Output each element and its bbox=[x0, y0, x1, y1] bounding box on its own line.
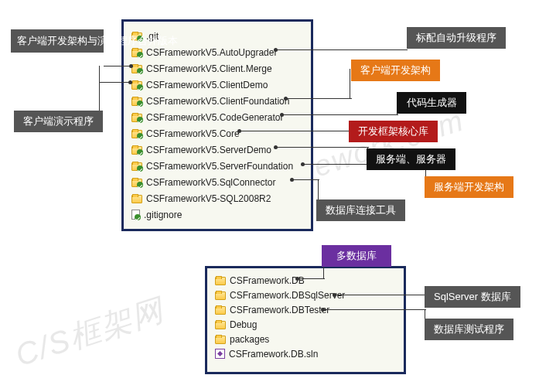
folder-icon bbox=[131, 81, 142, 90]
list-item: .gitignore bbox=[131, 206, 303, 223]
folder-icon bbox=[131, 97, 142, 106]
connector-dot bbox=[295, 277, 299, 281]
list-item: CSFramework.DB.sln bbox=[215, 346, 396, 361]
connector-line bbox=[104, 66, 131, 66]
label-sqlserver: SqlServer 数据库 bbox=[425, 286, 520, 308]
label-server-foundation: 服务端开发架构 bbox=[425, 176, 513, 198]
item-text: CSFrameworkV5.ServerFoundation bbox=[146, 161, 293, 172]
connector-line bbox=[335, 295, 426, 295]
list-item: CSFramework.DB bbox=[215, 273, 396, 288]
file-icon bbox=[131, 210, 140, 220]
connector-line bbox=[240, 131, 350, 131]
folder-icon bbox=[215, 291, 226, 300]
connector-dot bbox=[333, 293, 336, 297]
connector-dot bbox=[284, 97, 288, 101]
folder-icon bbox=[131, 65, 142, 73]
list-item: CSFrameworkV5.ServerFoundation bbox=[131, 158, 303, 174]
item-text: CSFrameworkV5.Client.Merge bbox=[146, 63, 272, 74]
folder-icon bbox=[215, 306, 226, 315]
list-item: CSFrameworkV5.SqlConnector bbox=[131, 174, 303, 190]
connector-dot bbox=[274, 145, 278, 149]
connector-dot bbox=[280, 113, 284, 117]
sln-icon bbox=[215, 349, 225, 359]
connector-dot bbox=[128, 80, 132, 84]
project-list-panel-1: .git CSFrameworkV5.AutoUpgrader CSFramew… bbox=[121, 19, 313, 231]
item-text: CSFrameworkV5.CodeGenerator bbox=[146, 112, 283, 123]
folder-icon bbox=[131, 195, 142, 203]
list-item: CSFrameworkV5-SQL2008R2 bbox=[131, 190, 303, 206]
label-client-foundation: 客户端开发架构 bbox=[351, 60, 440, 81]
label-client-merge: 客户端开发架构与演示程序合并版本 bbox=[11, 29, 104, 53]
list-item: CSFrameworkV5.ClientFoundation bbox=[131, 93, 303, 109]
item-text: CSFrameworkV5.AutoUpgrader bbox=[146, 47, 277, 58]
label-core: 开发框架核心库 bbox=[349, 121, 438, 142]
connector-dot bbox=[237, 129, 241, 133]
item-text: .gitignore bbox=[144, 210, 182, 220]
label-db-tester: 数据库测试程序 bbox=[425, 319, 513, 340]
folder-icon bbox=[131, 130, 142, 138]
item-text: CSFrameworkV5.ServerDemo bbox=[146, 145, 271, 155]
item-text: CSFramework.DB.sln bbox=[229, 349, 318, 360]
folder-icon bbox=[215, 277, 226, 285]
connector-line bbox=[286, 98, 352, 99]
item-text: CSFrameworkV5.SqlConnector bbox=[146, 177, 275, 188]
list-item: CSFrameworkV5.ClientDemo bbox=[131, 77, 303, 93]
item-text: CSFramework.DBTester bbox=[230, 305, 329, 315]
connector-line bbox=[292, 179, 319, 180]
folder-icon bbox=[215, 321, 226, 329]
connector-dot bbox=[301, 162, 305, 166]
list-item: CSFrameworkV5.AutoUpgrader bbox=[131, 44, 303, 60]
item-text: CSFramework.DB bbox=[230, 275, 305, 286]
folder-icon bbox=[215, 336, 226, 344]
list-item: CSFrameworkV5.Core bbox=[131, 125, 303, 141]
list-item: CSFrameworkV5.Client.Merge bbox=[131, 60, 303, 77]
list-item: CSFrameworkV5.CodeGenerator bbox=[131, 109, 303, 125]
connector-dot bbox=[290, 178, 294, 182]
label-auto-upgrader: 标配自动升级程序 bbox=[407, 27, 506, 49]
connector-line bbox=[99, 82, 130, 83]
folder-icon bbox=[131, 49, 142, 57]
folder-icon bbox=[131, 114, 142, 122]
connector-line bbox=[323, 309, 426, 310]
list-item: packages bbox=[215, 332, 396, 346]
connector-line bbox=[318, 179, 319, 201]
item-text: CSFramework.DBSqlServer bbox=[230, 290, 345, 301]
label-client-demo: 客户端演示程序 bbox=[14, 111, 103, 132]
folder-icon bbox=[131, 146, 142, 155]
connector-line bbox=[276, 49, 408, 50]
connector-line bbox=[298, 278, 325, 279]
label-server: 服务端、服务器 bbox=[367, 148, 455, 170]
item-text: CSFrameworkV5.Core bbox=[146, 128, 240, 139]
item-text: packages bbox=[230, 334, 269, 345]
list-item: Debug bbox=[215, 317, 396, 332]
label-multi-db: 多数据库 bbox=[322, 245, 391, 267]
connector-dot bbox=[321, 308, 325, 312]
folder-icon bbox=[131, 179, 142, 187]
label-sql-connector: 数据库连接工具 bbox=[316, 199, 405, 221]
watermark-text: C/S框架网 bbox=[10, 288, 169, 377]
item-text: CSFrameworkV5.ClientFoundation bbox=[146, 96, 289, 107]
item-text: Debug bbox=[230, 319, 257, 330]
item-text: CSFrameworkV5.ClientDemo bbox=[146, 80, 268, 90]
project-list-panel-2: CSFramework.DB CSFramework.DBSqlServer C… bbox=[205, 266, 406, 374]
connector-dot bbox=[274, 48, 278, 52]
connector-dot bbox=[129, 64, 133, 68]
connector-line bbox=[350, 69, 350, 98]
connector-line bbox=[282, 114, 398, 115]
folder-icon bbox=[131, 162, 142, 171]
connector-line bbox=[276, 147, 369, 148]
list-item: CSFrameworkV5.ServerDemo bbox=[131, 141, 303, 158]
label-code-generator: 代码生成器 bbox=[397, 92, 466, 114]
item-text: CSFrameworkV5-SQL2008R2 bbox=[146, 193, 271, 204]
